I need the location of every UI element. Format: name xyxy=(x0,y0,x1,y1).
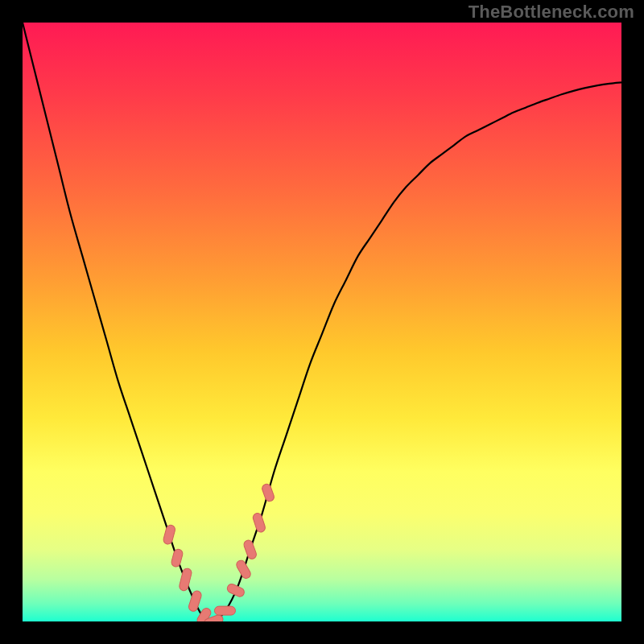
curve-marker xyxy=(226,583,246,598)
curve-marker xyxy=(235,559,253,580)
curve-marker xyxy=(163,524,176,545)
curve-marker xyxy=(179,568,192,592)
curve-marker xyxy=(188,590,202,613)
curve-markers xyxy=(163,483,275,621)
main-curve xyxy=(23,23,621,621)
plot-area xyxy=(23,23,621,621)
watermark-text: TheBottleneck.com xyxy=(469,2,634,23)
chart-frame: TheBottleneck.com xyxy=(0,0,644,644)
curve-marker xyxy=(252,512,266,533)
curve-marker xyxy=(171,548,184,568)
curve-marker xyxy=(261,483,275,502)
curve-marker xyxy=(214,606,235,615)
curve-svg xyxy=(23,23,621,621)
curve-marker xyxy=(242,539,258,560)
